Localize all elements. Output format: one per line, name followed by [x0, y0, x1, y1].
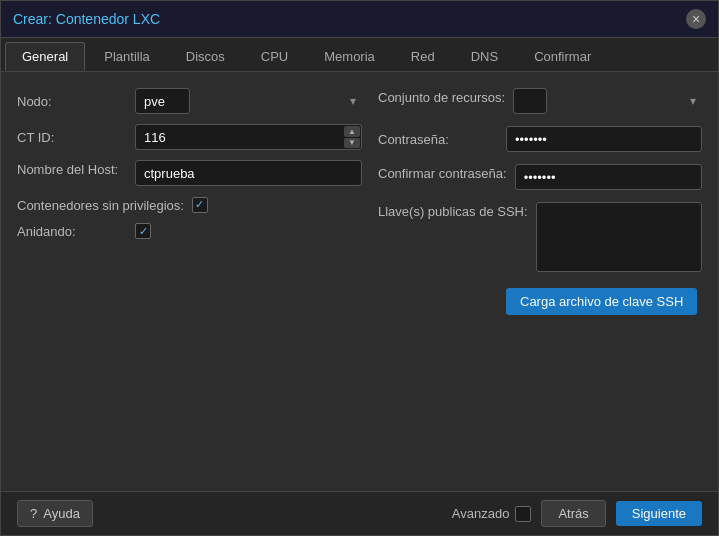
- ssh-label: Llave(s) publicas de SSH:: [378, 202, 528, 219]
- contrasena-label: Contraseña:: [378, 132, 498, 147]
- ct-id-input[interactable]: [135, 124, 362, 150]
- footer-left: ? Ayuda: [17, 500, 93, 527]
- confirmar-contrasena-row: Confirmar contraseña:: [378, 164, 702, 190]
- confirmar-contrasena-label: Confirmar contraseña:: [378, 164, 507, 181]
- footer: ? Ayuda Avanzado Atrás Siguiente: [1, 491, 718, 535]
- dialog-title: Crear: Contenedor LXC: [13, 11, 160, 27]
- tab-red[interactable]: Red: [394, 42, 452, 71]
- next-button[interactable]: Siguiente: [616, 501, 702, 526]
- nombre-row: Nombre del Host:: [17, 160, 362, 186]
- footer-right: Avanzado Atrás Siguiente: [452, 500, 702, 527]
- tab-bar: General Plantilla Discos CPU Memoria Red…: [1, 38, 718, 72]
- conjunto-select-wrapper: [513, 88, 702, 114]
- tab-plantilla[interactable]: Plantilla: [87, 42, 167, 71]
- tab-dns[interactable]: DNS: [454, 42, 515, 71]
- content-area: Nodo: pve CT ID: ▲ ▼ Nombre del Host:: [1, 72, 718, 491]
- tab-memoria[interactable]: Memoria: [307, 42, 392, 71]
- contenedores-checkbox[interactable]: [192, 197, 208, 213]
- tab-confirmar[interactable]: Confirmar: [517, 42, 608, 71]
- tab-cpu[interactable]: CPU: [244, 42, 305, 71]
- nombre-input[interactable]: [135, 160, 362, 186]
- title-bar: Crear: Contenedor LXC ×: [1, 1, 718, 38]
- nodo-select[interactable]: pve: [135, 88, 190, 114]
- avanzado-label: Avanzado: [452, 506, 510, 521]
- dialog: Crear: Contenedor LXC × General Plantill…: [0, 0, 719, 536]
- ct-id-row: CT ID: ▲ ▼: [17, 124, 362, 150]
- close-button[interactable]: ×: [686, 9, 706, 29]
- help-button[interactable]: ? Ayuda: [17, 500, 93, 527]
- anidando-checkbox[interactable]: [135, 223, 151, 239]
- left-column: Nodo: pve CT ID: ▲ ▼ Nombre del Host:: [17, 88, 362, 475]
- ssh-textarea[interactable]: [536, 202, 702, 272]
- contenedores-label: Contenedores sin privilegios:: [17, 196, 184, 213]
- ssh-btn-row: Carga archivo de clave SSH: [506, 284, 702, 315]
- ct-id-spinners: ▲ ▼: [344, 126, 360, 148]
- tab-general[interactable]: General: [5, 42, 85, 71]
- ssh-row: Llave(s) publicas de SSH:: [378, 202, 702, 272]
- confirmar-contrasena-input[interactable]: [515, 164, 702, 190]
- ct-id-input-wrapper: ▲ ▼: [135, 124, 362, 150]
- nombre-label: Nombre del Host:: [17, 160, 127, 177]
- ct-id-down[interactable]: ▼: [344, 138, 360, 149]
- ct-id-label: CT ID:: [17, 130, 127, 145]
- ssh-upload-button[interactable]: Carga archivo de clave SSH: [506, 288, 697, 315]
- help-icon: ?: [30, 506, 37, 521]
- contrasena-row: Contraseña:: [378, 126, 702, 152]
- anidando-row: Anidando:: [17, 223, 362, 239]
- avanzado-checkbox[interactable]: [515, 506, 531, 522]
- help-label: Ayuda: [43, 506, 80, 521]
- back-button[interactable]: Atrás: [541, 500, 605, 527]
- right-column: Conjunto de recursos: Contraseña: Confir…: [378, 88, 702, 475]
- contrasena-input[interactable]: [506, 126, 702, 152]
- nodo-select-wrapper: pve: [135, 88, 362, 114]
- contenedores-row: Contenedores sin privilegios:: [17, 196, 362, 213]
- tab-discos[interactable]: Discos: [169, 42, 242, 71]
- conjunto-label: Conjunto de recursos:: [378, 88, 505, 105]
- anidando-label: Anidando:: [17, 224, 127, 239]
- nodo-label: Nodo:: [17, 94, 127, 109]
- conjunto-select[interactable]: [513, 88, 547, 114]
- ct-id-up[interactable]: ▲: [344, 126, 360, 137]
- conjunto-row: Conjunto de recursos:: [378, 88, 702, 114]
- avanzado-row: Avanzado: [452, 506, 532, 522]
- nodo-row: Nodo: pve: [17, 88, 362, 114]
